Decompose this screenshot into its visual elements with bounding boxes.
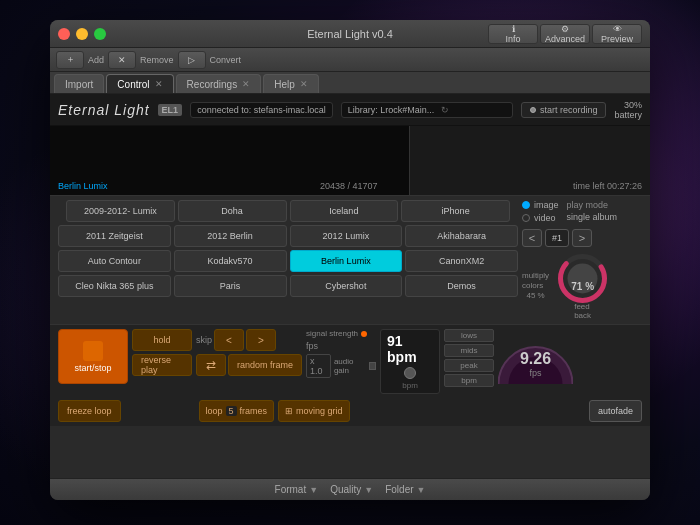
tab-control[interactable]: Control ✕ [106, 74, 173, 93]
skip-group: skip < > ⇄ random frame [196, 329, 302, 376]
clip-btn-iceland[interactable]: Iceland [290, 200, 399, 222]
reverse-play-label: reverse play [141, 355, 183, 375]
clip-btn-doha[interactable]: Doha [178, 200, 287, 222]
autofade-button[interactable]: autofade [589, 400, 642, 422]
add-label: Add [88, 55, 104, 65]
fps-readout: 9.26 fps [520, 350, 551, 378]
grid-row-4: Cleo Nikta 365 plus Paris Cybershot Demo… [58, 275, 518, 297]
tab-control-close[interactable]: ✕ [155, 79, 163, 89]
nav-next-icon: > [579, 232, 585, 244]
nav-prev-button[interactable]: < [522, 229, 542, 247]
multiply-label: multiplycolors [522, 271, 549, 290]
tab-recordings[interactable]: Recordings ✕ [176, 74, 262, 93]
folder-label: Folder [385, 484, 413, 495]
clip-btn-cleo[interactable]: Cleo Nikta 365 plus [58, 275, 171, 297]
status-bar: Format ▼ Quality ▼ Folder ▼ [50, 478, 650, 500]
clip-btn-berlin2012[interactable]: 2012 Berlin [174, 225, 287, 247]
main-content: Eternal Light EL1 connected to: stefans-… [50, 94, 650, 478]
bpm-freq-label: bpm [461, 376, 477, 385]
clip-btn-kodak[interactable]: Kodakv570 [174, 250, 287, 272]
skip-label: skip [196, 335, 212, 345]
grid-row-1: 2009-2012- Lumix Doha Iceland iPhone [58, 200, 518, 222]
lows-label: lows [461, 331, 477, 340]
format-selector[interactable]: Format ▼ [275, 484, 319, 495]
info-button[interactable]: ℹ Info [488, 24, 538, 44]
add-button[interactable]: ＋ [56, 51, 84, 69]
autofade-label: autofade [598, 406, 633, 416]
minimize-button[interactable] [76, 28, 88, 40]
remove-button[interactable]: ✕ [108, 51, 136, 69]
advanced-button[interactable]: ⚙ Advanced [540, 24, 590, 44]
library-value: Lrock#Main... [380, 105, 434, 115]
bottom-row-2: freeze loop loop 5 frames ⊞ moving grid … [50, 398, 650, 426]
tab-import[interactable]: Import [54, 74, 104, 93]
mids-button[interactable]: mids [444, 344, 494, 357]
connected-label: connected to: [197, 105, 251, 115]
grid-section: 2009-2012- Lumix Doha Iceland iPhone 201… [50, 196, 650, 324]
mode-section: image video play mode single album [522, 200, 642, 223]
clip-btn-zeitgeist[interactable]: 2011 Zeitgeist [58, 225, 171, 247]
folder-arrow-icon: ▼ [417, 485, 426, 495]
skip-fwd-icon: > [258, 335, 264, 346]
peak-button[interactable]: peak [444, 359, 494, 372]
hold-button[interactable]: hold [132, 329, 192, 351]
bpm-value: 91 bpm [387, 333, 433, 365]
clip-btn-berlinlumix[interactable]: Berlin Lumix [290, 250, 403, 272]
convert-button[interactable]: ▷ [178, 51, 206, 69]
advanced-label: Advanced [545, 34, 585, 44]
tab-help-close[interactable]: ✕ [300, 79, 308, 89]
clip-btn-paris[interactable]: Paris [174, 275, 287, 297]
signal-strength-label: signal strength [306, 329, 358, 338]
multiply-section: multiplycolors 45 % [522, 271, 549, 299]
tab-help[interactable]: Help ✕ [263, 74, 319, 93]
radio-image[interactable]: image [522, 200, 559, 210]
bpm-button[interactable]: bpm [444, 374, 494, 387]
skip-fwd-button[interactable]: > [246, 329, 276, 351]
loop-button[interactable]: loop 5 frames [199, 400, 275, 422]
preview-button[interactable]: 👁 Preview [592, 24, 642, 44]
start-stop-button[interactable]: start/stop [58, 329, 128, 384]
bottom-controls: start/stop hold reverse play skip < [50, 324, 650, 398]
close-button[interactable] [58, 28, 70, 40]
signal-row: signal strength [306, 329, 376, 338]
preview-label: Preview [601, 34, 633, 44]
audio-gain-row: x 1.0 audio gain [306, 354, 376, 378]
refresh-icon[interactable]: ↻ [441, 105, 449, 115]
format-arrow-icon: ▼ [309, 485, 318, 495]
folder-selector[interactable]: Folder ▼ [385, 484, 425, 495]
signal-dot-icon [361, 331, 367, 337]
plugin-logo: Eternal Light [58, 102, 150, 118]
gain-indicator [369, 362, 376, 370]
play-mode-section: play mode single album [567, 200, 618, 223]
quality-selector[interactable]: Quality ▼ [330, 484, 373, 495]
freeze-loop-label: freeze loop [67, 406, 112, 416]
clip-grid: 2009-2012- Lumix Doha Iceland iPhone 201… [58, 200, 518, 320]
skip-back-button[interactable]: < [214, 329, 244, 351]
record-button[interactable]: start recording [521, 102, 607, 118]
rec-dot-icon [530, 107, 536, 113]
clip-btn-iphone[interactable]: iPhone [401, 200, 510, 222]
clip-btn-cybershot[interactable]: Cybershot [290, 275, 403, 297]
clip-btn-akihabarara[interactable]: Akihabarara [405, 225, 518, 247]
maximize-button[interactable] [94, 28, 106, 40]
tab-recordings-close[interactable]: ✕ [242, 79, 250, 89]
nav-next-button[interactable]: > [572, 229, 592, 247]
remove-label: Remove [140, 55, 174, 65]
freeze-loop-button[interactable]: freeze loop [58, 400, 121, 422]
clip-btn-demos[interactable]: Demos [405, 275, 518, 297]
clip-btn-lumix2012[interactable]: 2012 Lumix [290, 225, 403, 247]
radio-video[interactable]: video [522, 213, 559, 223]
random-frame-button[interactable]: random frame [228, 354, 302, 376]
shuffle-button[interactable]: ⇄ [196, 354, 226, 376]
clip-btn-canonxm2[interactable]: CanonXM2 [405, 250, 518, 272]
mids-label: mids [461, 346, 478, 355]
eye-icon: 👁 [613, 24, 622, 34]
clip-btn-lumix2009[interactable]: 2009-2012- Lumix [66, 200, 175, 222]
preview-clip-name: Berlin Lumix [58, 181, 108, 191]
lows-button[interactable]: lows [444, 329, 494, 342]
start-stop-label: start/stop [74, 363, 111, 373]
moving-grid-button[interactable]: ⊞ moving grid [278, 400, 350, 422]
clip-btn-autocontour[interactable]: Auto Contour [58, 250, 171, 272]
reverse-play-button[interactable]: reverse play [132, 354, 192, 376]
record-label: start recording [540, 105, 598, 115]
